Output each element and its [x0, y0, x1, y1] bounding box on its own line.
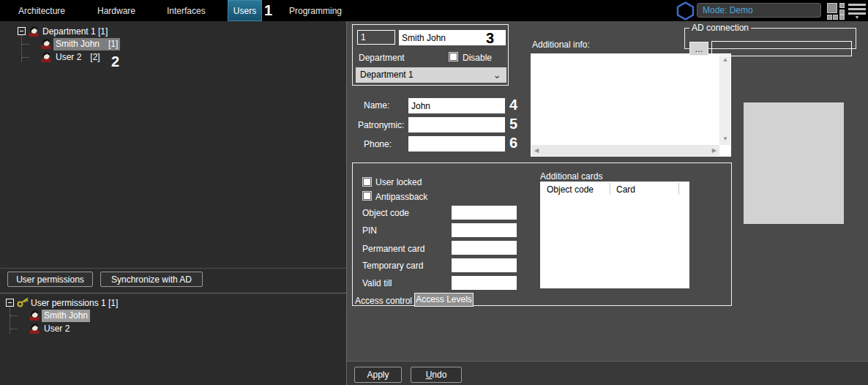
annotation-1: 1: [264, 2, 272, 19]
disable-label: Disable: [463, 53, 492, 63]
annotation-5: 5: [509, 116, 517, 132]
nav-hardware[interactable]: Hardware: [97, 6, 135, 16]
access-groupbox: User locked Antipassback Object code PIN…: [352, 162, 732, 306]
apply-button[interactable]: Apply: [354, 367, 402, 383]
hexagon-logo-icon: [676, 1, 695, 20]
vertical-scrollbar[interactable]: ▲ ▼: [719, 54, 730, 145]
cards-col-card[interactable]: Card: [616, 184, 635, 195]
cards-col-object-code[interactable]: Object code: [547, 184, 594, 195]
name-label: Name:: [364, 100, 389, 111]
annotation-2: 2: [111, 53, 119, 70]
tree-item-label: User permissions 1 [1]: [31, 298, 118, 309]
collapse-minus-icon[interactable]: [18, 27, 26, 35]
menu-icon[interactable]: ▼: [848, 4, 866, 20]
permanent-card-label: Permanent card: [362, 244, 424, 254]
footer-bar: Apply Undo: [347, 361, 868, 385]
menu-caret-icon: ▼: [848, 15, 866, 20]
phone-label: Phone:: [364, 139, 392, 149]
patronymic-field[interactable]: [408, 117, 505, 132]
left-panel: Department 1 [1] Smith John[1] 2 User 2[…: [0, 21, 347, 385]
tab-access-levels[interactable]: Access Levels: [414, 293, 474, 307]
user-locked-label: User locked: [375, 177, 422, 187]
user-avatar-icon: [41, 38, 51, 49]
pin-label: PIN: [362, 225, 377, 236]
nav-programming[interactable]: Programming: [289, 6, 342, 16]
antipassback-label: Antipassback: [375, 192, 427, 202]
temporary-card-label: Temporary card: [362, 261, 423, 271]
horizontal-scrollbar[interactable]: ◀ ▶: [531, 145, 719, 156]
tree-item-label-selected: Smith John[1]: [53, 38, 120, 51]
user-avatar-icon: [29, 323, 40, 334]
user-permissions-button[interactable]: User permissions: [7, 272, 93, 287]
tree-item-label: User 2: [44, 324, 70, 334]
tab-access-control[interactable]: Access control: [355, 296, 412, 306]
antipassback-checkbox[interactable]: [362, 191, 372, 201]
user-avatar-icon: [29, 310, 40, 321]
chevron-down-icon: ⌄: [493, 67, 501, 82]
top-nav: Architecture Hardware Interfaces Users 1…: [0, 0, 868, 21]
scroll-down-icon[interactable]: ▼: [722, 136, 728, 142]
scroll-left-icon[interactable]: ◀: [534, 148, 539, 154]
access-control-app: { "nav": { "items": ["Architecture", "Ha…: [0, 0, 868, 385]
ad-connection-field[interactable]: [711, 41, 852, 56]
undo-button[interactable]: Undo: [411, 367, 462, 383]
synchronize-ad-button[interactable]: Synchronize with AD: [100, 272, 203, 287]
tree-item-label: User 2[2]: [56, 52, 100, 63]
phone-field[interactable]: [408, 136, 505, 152]
temporary-card-field[interactable]: [452, 258, 517, 272]
ad-connection-legend: AD connection: [689, 23, 751, 33]
valid-till-label: Valid till: [362, 278, 392, 288]
key-icon: [17, 297, 30, 307]
user-avatar-icon: [29, 26, 39, 37]
user-locked-checkbox[interactable]: [362, 177, 372, 187]
disable-checkbox[interactable]: [449, 52, 458, 61]
permanent-card-field[interactable]: [452, 241, 517, 255]
collapse-minus-icon[interactable]: [6, 299, 14, 307]
object-code-label: Object code: [362, 208, 409, 218]
annotation-6: 6: [509, 135, 517, 152]
nav-architecture[interactable]: Architecture: [18, 6, 65, 16]
valid-till-field[interactable]: [452, 276, 517, 290]
nav-interfaces[interactable]: Interfaces: [167, 6, 206, 16]
department-label: Department: [359, 53, 405, 63]
layout-grid-icon[interactable]: [827, 3, 845, 20]
department-select[interactable]: Department 1 ⌄: [356, 67, 506, 83]
annotation-3: 3: [486, 30, 494, 47]
identity-groupbox: 3 Department Disable Department 1 ⌄: [352, 24, 509, 86]
annotation-4: 4: [509, 97, 517, 113]
additional-info-label: Additional info:: [532, 40, 590, 50]
user-photo-placeholder[interactable]: [744, 102, 844, 224]
tree-item-label-selected: Smith John: [42, 310, 90, 322]
name-field[interactable]: [408, 98, 505, 113]
user-avatar-icon: [41, 51, 51, 62]
patronymic-label: Patronymic:: [358, 120, 404, 130]
pin-field[interactable]: [452, 223, 517, 237]
additional-info-textarea[interactable]: ▲ ▼ ◀ ▶: [531, 53, 731, 157]
user-id-field[interactable]: [357, 30, 395, 45]
nav-users-active[interactable]: Users: [228, 0, 262, 21]
object-code-field[interactable]: [452, 206, 517, 220]
ad-browse-button[interactable]: ...: [689, 42, 708, 56]
tree-item-label: Department 1 [1]: [42, 26, 108, 37]
scroll-right-icon[interactable]: ▶: [712, 148, 717, 154]
additional-cards-label: Additional cards: [540, 171, 602, 182]
scroll-up-icon[interactable]: ▲: [722, 57, 728, 63]
additional-cards-list[interactable]: Object code Card: [540, 182, 689, 288]
mode-field[interactable]: Mode: Demo: [697, 3, 821, 18]
ad-connection-group: AD connection ...: [684, 23, 856, 49]
